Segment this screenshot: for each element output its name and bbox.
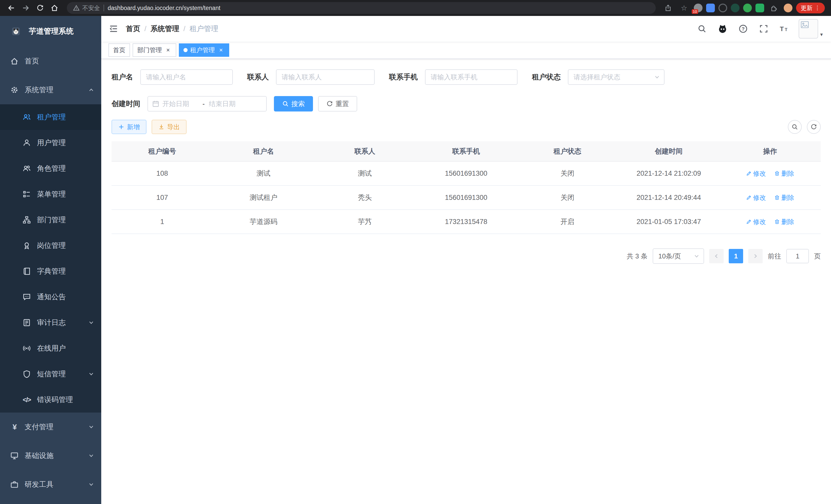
omnibox-divider	[104, 5, 104, 11]
cell-name: 芋道源码	[213, 210, 314, 234]
sidebar-item-sms[interactable]: 短信管理	[0, 361, 101, 387]
refresh-table-button[interactable]	[807, 120, 821, 134]
sidebar-collapse-icon[interactable]	[101, 16, 126, 41]
download-icon	[158, 124, 165, 130]
avatar[interactable]	[799, 19, 818, 38]
edit-link[interactable]: 修改	[746, 169, 766, 178]
extension-icon-4[interactable]	[731, 4, 740, 12]
browser-forward-icon[interactable]	[20, 2, 32, 14]
sidebar-logo[interactable]: 芋道管理系统	[0, 16, 101, 47]
font-size-icon[interactable]: TT	[778, 23, 791, 35]
extension-icon-3[interactable]	[718, 4, 727, 12]
sidebar-item-payment[interactable]: ¥ 支付管理	[0, 413, 101, 441]
reset-button[interactable]: 重置	[318, 96, 357, 112]
edit-link[interactable]: 修改	[746, 194, 766, 202]
bookmark-star-icon[interactable]: ☆	[678, 2, 690, 14]
status-select[interactable]: 请选择租户状态	[568, 69, 664, 85]
mobile-input[interactable]	[425, 69, 517, 85]
tab-label: 租户管理	[190, 46, 215, 54]
sidebar-item-audit-log[interactable]: 审计日志	[0, 310, 101, 335]
profile-avatar-icon[interactable]	[784, 4, 793, 12]
edit-link[interactable]: 修改	[746, 217, 766, 226]
start-date-input[interactable]	[163, 100, 198, 108]
date-separator: -	[202, 100, 205, 108]
extension-icon-2[interactable]	[706, 4, 715, 12]
sidebar-item-devtools[interactable]: 研发工具	[0, 470, 101, 499]
address-bar[interactable]: 不安全 dashboard.yudao.iocoder.cn/system/te…	[67, 2, 656, 14]
chevron-down-icon	[88, 482, 94, 487]
extension-icon-1[interactable]: 10	[694, 4, 703, 12]
breadcrumb-system[interactable]: 系统管理	[150, 24, 179, 34]
system-submenu: 租户管理 用户管理 角色管理	[0, 104, 101, 413]
browser-home-icon[interactable]	[48, 2, 61, 14]
export-button[interactable]: 导出	[152, 120, 187, 134]
prev-page-button[interactable]	[709, 249, 724, 263]
goto-page-input[interactable]	[786, 249, 809, 263]
browser-back-icon[interactable]	[5, 2, 18, 14]
github-icon[interactable]	[716, 23, 729, 35]
page-size-value: 10条/页	[658, 252, 681, 261]
toolbar-utilities	[788, 120, 821, 134]
sidebar-item-dept[interactable]: 部门管理	[0, 207, 101, 233]
current-page-button[interactable]: 1	[729, 249, 743, 263]
delete-link[interactable]: 删除	[774, 169, 794, 178]
chevron-down-icon	[88, 424, 94, 430]
search-button[interactable]: 搜索	[274, 96, 313, 112]
browser-update-button[interactable]: 更新 ⋮	[796, 3, 825, 13]
breadcrumb-home[interactable]: 首页	[126, 24, 140, 34]
sidebar-item-online-users[interactable]: 在线用户	[0, 335, 101, 361]
next-page-button[interactable]	[748, 249, 763, 263]
sidebar-item-post[interactable]: 岗位管理	[0, 233, 101, 259]
sidebar-item-role[interactable]: 角色管理	[0, 156, 101, 181]
select-placeholder: 请选择租户状态	[574, 73, 620, 82]
date-range-picker[interactable]: -	[147, 96, 267, 112]
sidebar-item-infra[interactable]: 基础设施	[0, 441, 101, 470]
share-icon[interactable]	[662, 2, 674, 14]
sidebar-item-user[interactable]: 用户管理	[0, 130, 101, 156]
svg-text:T: T	[780, 26, 784, 33]
tab-home[interactable]: 首页	[109, 43, 130, 57]
close-icon[interactable]: ×	[165, 47, 172, 54]
sidebar-item-label: 租户管理	[37, 112, 66, 122]
trash-icon	[774, 195, 780, 200]
extension-icon-5[interactable]	[743, 4, 752, 12]
col-mobile: 联系手机	[416, 141, 517, 161]
filter-create-time: 创建时间 -	[112, 96, 267, 112]
add-button[interactable]: 新增	[112, 120, 146, 134]
table-row: 107 测试租户 秃头 15601691300 关闭 2021-12-14 20…	[112, 185, 821, 210]
svg-text:T: T	[785, 28, 787, 32]
extension-icon-6[interactable]	[755, 4, 764, 12]
sidebar-item-errorcode[interactable]: </> 错误码管理	[0, 387, 101, 413]
fullscreen-icon[interactable]	[757, 23, 770, 35]
browser-refresh-icon[interactable]	[34, 2, 46, 14]
cell-status: 关闭	[517, 161, 618, 185]
cell-mobile: 15601691300	[416, 185, 517, 210]
help-icon[interactable]: ?	[737, 23, 749, 35]
tab-dept[interactable]: 部门管理 ×	[133, 43, 176, 57]
sidebar-item-notice[interactable]: 通知公告	[0, 284, 101, 310]
sidebar-item-system[interactable]: 系统管理	[0, 76, 101, 104]
extensions-puzzle-icon[interactable]	[768, 2, 780, 14]
tab-tenant[interactable]: 租户管理 ×	[179, 43, 229, 57]
close-icon[interactable]: ×	[218, 47, 225, 54]
calendar-icon	[152, 100, 159, 108]
delete-link[interactable]: 删除	[774, 217, 794, 226]
search-icon[interactable]	[696, 23, 708, 35]
chevron-right-icon	[753, 253, 758, 259]
end-date-input[interactable]	[209, 100, 245, 108]
edit-icon	[746, 171, 752, 176]
sidebar-item-menu[interactable]: 菜单管理	[0, 181, 101, 207]
delete-link[interactable]: 删除	[774, 194, 794, 202]
sidebar-item-dict[interactable]: 字典管理	[0, 259, 101, 284]
toggle-search-button[interactable]	[788, 120, 802, 134]
site-security-chip[interactable]: 不安全	[73, 4, 100, 12]
sidebar-item-label: 角色管理	[37, 164, 66, 173]
page-size-select[interactable]: 10条/页	[653, 248, 704, 264]
sidebar-item-home[interactable]: 首页	[0, 47, 101, 76]
user-menu[interactable]: ▾	[799, 19, 823, 38]
tenant-name-input[interactable]	[140, 69, 233, 85]
field-label: 租户名	[112, 72, 133, 82]
contact-input[interactable]	[276, 69, 375, 85]
browser-menu-icon[interactable]: ⋮	[814, 5, 820, 11]
sidebar-item-tenant[interactable]: 租户管理	[0, 104, 101, 130]
